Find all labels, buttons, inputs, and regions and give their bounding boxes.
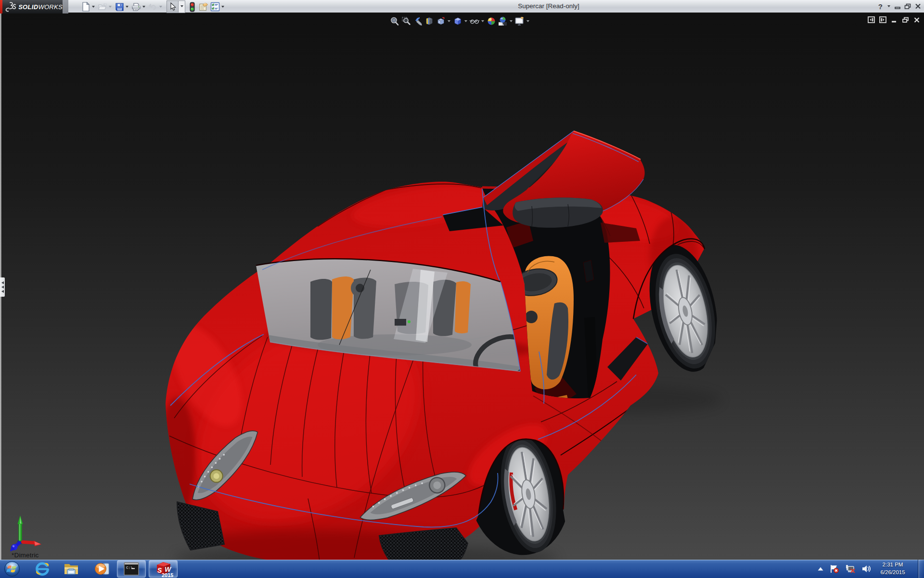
folder-icon	[63, 561, 80, 577]
pane-left-icon[interactable]	[868, 16, 875, 23]
start-button[interactable]	[2, 560, 22, 578]
doc-close-button[interactable]	[913, 17, 920, 23]
wmp-icon	[93, 561, 110, 577]
main-toolbar	[81, 0, 227, 13]
view-orientation-label: *Dimetric	[12, 552, 39, 559]
close-button[interactable]	[915, 3, 921, 9]
triad-z-axis	[10, 543, 19, 552]
new-document-dropdown[interactable]	[90, 1, 96, 12]
previous-view-icon	[412, 16, 423, 26]
options-checklist-icon	[210, 2, 220, 12]
save-icon	[115, 2, 124, 12]
options-button[interactable]	[210, 1, 220, 12]
zoom-fit-button[interactable]	[389, 15, 400, 27]
windows-taskbar: C:\ S W 2015	[0, 560, 924, 578]
svg-text:2015: 2015	[162, 572, 173, 578]
apply-scene-icon	[498, 16, 508, 26]
viewport-canvas[interactable]	[0, 13, 924, 560]
taskbar-command-prompt[interactable]: C:\	[117, 560, 146, 578]
select-tool-button[interactable]	[167, 1, 179, 13]
section-view-button[interactable]	[424, 15, 435, 27]
open-dropdown[interactable]	[107, 1, 113, 12]
hide-show-items-button[interactable]	[469, 15, 480, 27]
graphics-viewport[interactable]: *Dimetric	[0, 13, 924, 560]
taskbar-windows-explorer[interactable]	[61, 560, 82, 578]
title-bar-controls: ?	[878, 0, 921, 13]
logo-red-stripe	[0, 0, 2, 13]
triad-y-axis	[17, 515, 23, 544]
windows-start-orb-icon	[3, 560, 21, 578]
view-settings-dropdown[interactable]	[526, 15, 530, 27]
edit-appearance-button[interactable]	[486, 15, 497, 27]
select-tool-dropdown[interactable]	[179, 1, 185, 12]
apply-scene-dropdown[interactable]	[509, 15, 513, 27]
pane-right-icon[interactable]	[879, 16, 886, 23]
comment-note-icon	[199, 2, 208, 12]
doc-minimize-button[interactable]	[891, 17, 898, 23]
ie-icon	[34, 561, 51, 577]
doc-restore-button[interactable]	[902, 17, 909, 23]
comment-button[interactable]	[199, 1, 208, 12]
show-hidden-icons-button[interactable]	[817, 566, 824, 571]
interference-check-button[interactable]	[187, 1, 197, 12]
cmd-icon: C:\	[123, 562, 140, 576]
show-desktop-button[interactable]	[918, 560, 924, 578]
section-view-icon	[424, 16, 434, 26]
view-settings-button[interactable]	[514, 15, 525, 27]
clock-date: 6/26/2015	[874, 568, 911, 576]
traffic-light-icon	[190, 2, 195, 12]
undo-button[interactable]	[148, 1, 158, 12]
select-tool-group	[167, 0, 185, 13]
view-orientation-dropdown[interactable]	[447, 15, 451, 27]
new-document-icon	[82, 2, 90, 12]
system-tray	[817, 560, 872, 578]
window-title: Supercar [Read-only]	[226, 0, 871, 13]
print-button[interactable]	[131, 1, 141, 12]
svg-text:C:\: C:\	[126, 565, 133, 570]
view-orientation-icon	[436, 16, 446, 26]
network-status-icon[interactable]	[845, 564, 856, 574]
taskbar-internet-explorer[interactable]	[32, 560, 53, 578]
restore-button[interactable]	[904, 3, 911, 10]
action-center-flag-icon[interactable]	[830, 564, 839, 574]
taskbar-solidworks[interactable]: S W 2015	[149, 560, 178, 578]
select-cursor-icon	[169, 2, 176, 11]
triad-x-axis	[21, 540, 41, 546]
feature-manager-collapsed-tab[interactable]	[0, 277, 5, 297]
orientation-triad	[7, 505, 52, 555]
help-button[interactable]: ?	[878, 2, 883, 11]
print-icon	[131, 2, 141, 12]
solidworks-window: SOLIDWORKS	[0, 0, 924, 578]
document-window-controls	[868, 16, 920, 23]
volume-icon[interactable]	[861, 564, 872, 574]
edit-appearance-icon	[487, 16, 496, 26]
dassault-3ds-logo-icon	[5, 1, 17, 12]
heads-up-view-toolbar	[389, 15, 530, 27]
save-dropdown[interactable]	[124, 1, 129, 12]
solidworks-logo: SOLIDWORKS	[0, 0, 63, 13]
sw-cube-icon: S W 2015	[153, 560, 173, 578]
title-bar: SOLIDWORKS	[0, 0, 924, 13]
taskbar-clock[interactable]: 2:31 PM 6/26/2015	[874, 561, 911, 577]
open-icon	[98, 2, 107, 11]
print-dropdown[interactable]	[141, 1, 146, 12]
previous-view-button[interactable]	[412, 15, 423, 27]
undo-icon	[148, 2, 158, 12]
save-button[interactable]	[115, 1, 124, 12]
apply-scene-button[interactable]	[497, 15, 508, 27]
toolbar-flyout-arrow[interactable]	[63, 0, 68, 13]
taskbar-media-player[interactable]	[91, 560, 112, 578]
display-style-button[interactable]	[452, 15, 463, 27]
hide-show-items-dropdown[interactable]	[480, 15, 485, 27]
view-settings-icon	[514, 16, 525, 26]
minimize-button[interactable]	[895, 3, 901, 9]
help-dropdown[interactable]	[886, 1, 891, 12]
zoom-area-button[interactable]	[400, 15, 411, 27]
display-style-dropdown[interactable]	[463, 15, 468, 27]
hide-show-items-icon	[469, 17, 480, 26]
view-orientation-button[interactable]	[435, 15, 446, 27]
undo-dropdown[interactable]	[158, 1, 163, 12]
new-document-button[interactable]	[81, 1, 90, 12]
open-button[interactable]	[98, 1, 107, 12]
options-dropdown[interactable]	[220, 1, 225, 12]
